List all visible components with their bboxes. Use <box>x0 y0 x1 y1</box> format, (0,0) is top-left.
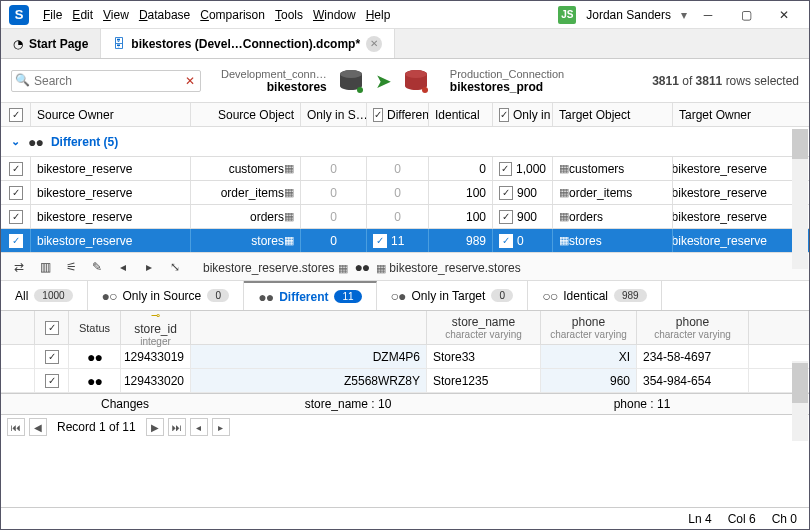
sync-arrow-icon: ➤ <box>375 69 392 93</box>
select-all-checkbox[interactable]: ✓ <box>9 108 23 122</box>
menu-tools[interactable]: Tools <box>271 6 307 24</box>
filter-tab-all[interactable]: All1000 <box>1 281 88 310</box>
next-icon[interactable]: ▸ <box>139 257 159 277</box>
clear-search-icon[interactable]: ✕ <box>185 74 195 88</box>
cell-diff: 0 <box>367 205 429 228</box>
row-checkbox[interactable]: ✓ <box>9 162 23 176</box>
menu-view[interactable]: View <box>99 6 133 24</box>
dots-icon: ●● <box>258 289 273 305</box>
cell-towner: bikestore_reserve <box>673 229 773 252</box>
sync-icon[interactable]: ⇄ <box>9 257 29 277</box>
rows-selected: 3811 of 3811 rows selected <box>652 74 799 88</box>
filter-count: 0 <box>207 289 229 302</box>
col-store-name[interactable]: store_namecharacter varying <box>427 311 541 344</box>
menu-help[interactable]: Help <box>362 6 395 24</box>
source-db-icon <box>337 69 365 93</box>
menu-edit[interactable]: Edit <box>68 6 97 24</box>
table-row[interactable]: ✓bikestore_reserveorder_items ▦00100✓ 90… <box>1 181 809 205</box>
target-db-name: bikestores_prod <box>450 80 543 94</box>
cell-store-id: 129433019 <box>121 345 191 368</box>
close-button[interactable]: ✕ <box>767 3 801 27</box>
minimize-button[interactable]: ─ <box>691 3 725 27</box>
detail-select-all[interactable]: ✓ <box>45 321 59 335</box>
nav-first[interactable]: ⏮ <box>7 418 25 436</box>
tab-start-page[interactable]: ◔ Start Page <box>1 29 101 58</box>
key-icon: ⊸ <box>151 309 160 322</box>
prev-icon[interactable]: ◂ <box>113 257 133 277</box>
table-icon: ▦ <box>559 162 569 175</box>
row-checkbox[interactable]: ✓ <box>9 210 23 224</box>
table-icon: ▦ <box>559 234 569 247</box>
filter-tab-only-in-target[interactable]: ○●Only in Target0 <box>377 281 529 310</box>
col-identical[interactable]: Identical <box>429 103 493 126</box>
cell-owner: bikestore_reserve <box>31 229 191 252</box>
col-only-target[interactable]: ✓Only in T <box>493 103 553 126</box>
cell-ident: 100 <box>429 181 493 204</box>
menu-comparison[interactable]: Comparison <box>196 6 269 24</box>
row-checkbox[interactable]: ✓ <box>9 186 23 200</box>
table-row[interactable]: ✓bikestore_reservestores ▦0✓ 11989✓ 0▦ s… <box>1 229 809 253</box>
row-checkbox[interactable]: ✓ <box>9 234 23 248</box>
col-only-source[interactable]: Only in S… <box>301 103 367 126</box>
menubar: FileEditViewDatabaseComparisonToolsWindo… <box>39 6 554 24</box>
detail-row[interactable]: ✓●●129433020Z5568WRZ8YStore1235960354-98… <box>1 369 809 393</box>
table-icon: ▦ <box>284 234 294 247</box>
vertical-scrollbar[interactable] <box>792 129 808 269</box>
user-badge[interactable]: JS <box>558 6 576 24</box>
col-phone-tgt[interactable]: phonecharacter varying <box>637 311 749 344</box>
menu-database[interactable]: Database <box>135 6 194 24</box>
menu-file[interactable]: File <box>39 6 66 24</box>
changes-summary: Changes store_name : 10 phone : 11 e <box>1 393 809 415</box>
svg-point-5 <box>422 87 428 93</box>
detail-scrollbar[interactable] <box>792 361 808 441</box>
filter-icon[interactable]: ⚟ <box>61 257 81 277</box>
row-checkbox[interactable]: ✓ <box>45 350 59 364</box>
table-row[interactable]: ✓bikestore_reservecustomers ▦000✓ 1,000▦… <box>1 157 809 181</box>
row-checkbox[interactable]: ✓ <box>45 374 59 388</box>
group-label: Different (5) <box>51 135 118 149</box>
collapse-icon[interactable]: ⤡ <box>165 257 185 277</box>
col-target-owner[interactable]: Target Owner <box>673 103 773 126</box>
different-dots-icon: ●● <box>28 134 43 150</box>
group-different[interactable]: ⌄ ●● Different (5) <box>1 127 809 157</box>
cell-only-t: ✓ 1,000 <box>493 157 553 180</box>
record-label: Record 1 of 11 <box>57 420 136 434</box>
nav-next[interactable]: ▶ <box>146 418 164 436</box>
menu-window[interactable]: Window <box>309 6 360 24</box>
nav-last[interactable]: ⏭ <box>168 418 186 436</box>
col-status[interactable]: Status <box>69 311 121 344</box>
statusbar: Ln 4 Col 6 Ch 0 <box>1 507 809 529</box>
nav-prev[interactable]: ◀ <box>29 418 47 436</box>
user-dropdown-icon[interactable]: ▾ <box>681 8 687 22</box>
user-name[interactable]: Jordan Sanders <box>586 8 671 22</box>
cell-phone-tgt: 354-984-654 <box>637 369 749 392</box>
table-row[interactable]: ✓bikestore_reserveorders ▦00100✓ 900▦ or… <box>1 205 809 229</box>
col-different[interactable]: ✓Different <box>367 103 429 126</box>
dots-icon: ○○ <box>542 288 557 304</box>
nav-less[interactable]: ◂ <box>190 418 208 436</box>
col-target-object[interactable]: Target Object <box>553 103 673 126</box>
tab-label: Start Page <box>29 37 88 51</box>
col-source-object[interactable]: Source Object <box>191 103 301 126</box>
filter-tab-only-in-source[interactable]: ●○Only in Source0 <box>88 281 245 310</box>
svg-point-4 <box>405 70 427 78</box>
detail-row[interactable]: ✓●●129433019DZM4P6Store33XI234-58-4697 <box>1 345 809 369</box>
tab-document[interactable]: 🗄 bikestores (Devel…Connection).dcomp* ✕ <box>101 29 395 58</box>
cell-diff: ✓ 11 <box>367 229 429 252</box>
maximize-button[interactable]: ▢ <box>729 3 763 27</box>
nav-more[interactable]: ▸ <box>212 418 230 436</box>
filter-tab-different[interactable]: ●●Different11 <box>244 281 376 310</box>
svg-point-1 <box>340 70 362 78</box>
table-icon: ▦ <box>284 162 294 175</box>
filter-tab-identical[interactable]: ○○Identical989 <box>528 281 661 310</box>
col-phone-src[interactable]: phonecharacter varying <box>541 311 637 344</box>
search-input[interactable] <box>11 70 201 92</box>
col-store-id[interactable]: ⊸store_idinteger <box>121 311 191 344</box>
cell-status: ●● <box>69 369 121 392</box>
tab-close-icon[interactable]: ✕ <box>366 36 382 52</box>
col-source-owner[interactable]: Source Owner <box>31 103 191 126</box>
edit-icon[interactable]: ✎ <box>87 257 107 277</box>
columns-icon[interactable]: ▥ <box>35 257 55 277</box>
table-icon: ▦ <box>284 186 294 199</box>
home-icon: ◔ <box>13 37 23 51</box>
